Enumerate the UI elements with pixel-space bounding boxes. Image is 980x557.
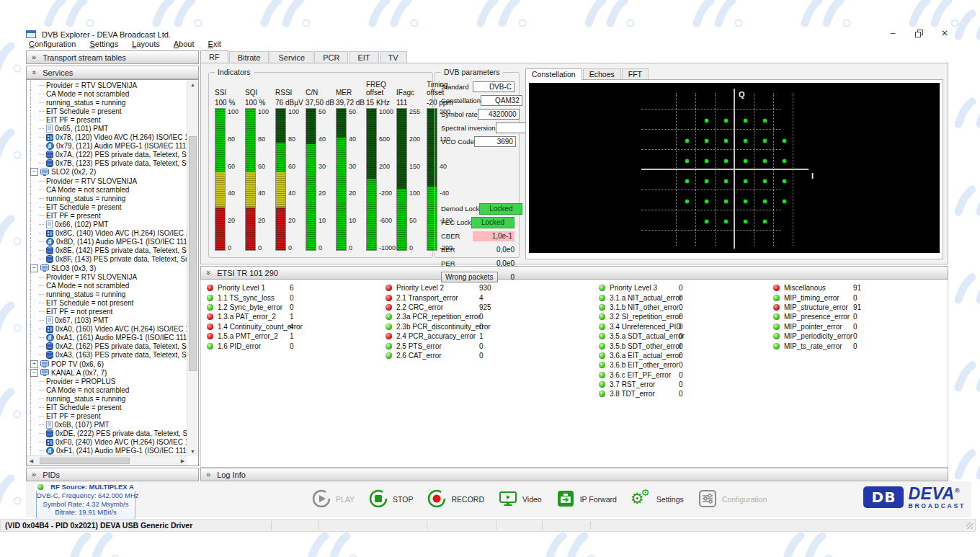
tab-rf[interactable]: RF: [200, 50, 228, 63]
tree-item[interactable]: Provider = RTV SLOVENIJA: [27, 81, 187, 89]
scroll-down-icon[interactable]: ▼: [187, 447, 198, 456]
gauge-value: 76 dBµV: [275, 97, 303, 108]
tree-item[interactable]: 0xA0, (160) Video AVC (H.264) ISO/IEC 14…: [27, 325, 187, 334]
tab-service[interactable]: Service: [270, 51, 313, 63]
menu-item-configuration[interactable]: Configuration: [29, 40, 76, 50]
tree-horizontal-scrollbar[interactable]: ◀ ▶: [27, 455, 187, 465]
tree-item[interactable]: 0xF0, (240) Video AVC (H.264) ISO/IEC 14…: [27, 438, 187, 447]
tree-item[interactable]: EIT PF = present: [27, 115, 187, 124]
tab-bitrate[interactable]: Bitrate: [229, 51, 270, 63]
tree-item[interactable]: Provider = PROPLUS: [27, 377, 187, 386]
deva-watermark-icon: [0, 40, 23, 77]
gauge-freq-offset: FREQ offset15 KHz1000600200-200-600-1000: [366, 79, 396, 253]
settings-button[interactable]: ⚙⚙Settings: [631, 489, 684, 509]
tree-item[interactable]: 0x78, (120) Video AVC (H.264) ISO/IEC 14…: [27, 133, 187, 142]
gauge-ssi: SSI100 %100806040200: [215, 79, 245, 253]
tree-item[interactable]: 0x79, (121) Audio MPEG-1 (ISO/IEC 11172-…: [27, 142, 187, 151]
tree-item[interactable]: EIT Schedule = present: [27, 403, 187, 411]
tree-item[interactable]: CA Mode = not scrambled: [27, 185, 187, 194]
maximize-icon[interactable]: [911, 27, 927, 39]
resize-grip[interactable]: [966, 522, 973, 529]
tree-item[interactable]: Provider = RTV SLOVENIJA: [27, 177, 187, 185]
section-services[interactable]: » Services: [26, 66, 199, 79]
tree-item[interactable]: EIT Schedule = present: [27, 202, 187, 211]
tree-item[interactable]: 0x7B, (123) PES private data, Teletext, …: [27, 159, 187, 168]
tree-item[interactable]: EIT PF = not present: [27, 307, 187, 316]
tree-item[interactable]: running_status = running: [27, 290, 187, 298]
tree-item[interactable]: 0x65, (101) PMT: [27, 124, 187, 133]
scrollbar-thumb[interactable]: [189, 136, 197, 371]
tree-item[interactable]: 0x8C, (140) Video AVC (H.264) ISO/IEC 14…: [27, 229, 187, 238]
tab-tv[interactable]: TV: [380, 51, 407, 63]
tree-item-label: SLO2 (0x2, 2): [51, 168, 96, 176]
etsi-value: 0: [679, 313, 683, 321]
tree-item[interactable]: −SLO3 (0x3, 3): [27, 264, 187, 272]
etsi-row: MIP_presence_error0: [773, 312, 939, 321]
collapse-icon[interactable]: −: [30, 168, 38, 176]
tree-item[interactable]: +POP TV (0x6, 6): [27, 360, 187, 368]
tree-item[interactable]: 0x8D, (141) Audio MPEG-1 (ISO/IEC 11172-…: [27, 238, 187, 246]
tree-item[interactable]: −SLO2 (0x2, 2): [27, 168, 187, 177]
collapse-icon[interactable]: −: [30, 369, 38, 377]
tree-item-label: 0xDE, (222) PES private data, Teletext, …: [55, 429, 187, 437]
record-button[interactable]: RECORD: [427, 489, 484, 510]
tab-constellation[interactable]: Constellation: [525, 68, 582, 80]
tree-item[interactable]: 0x8F, (143) PES private data, Teletext, …: [27, 255, 187, 264]
tree-item[interactable]: 0x66, (102) PMT: [27, 220, 187, 229]
rf-source-line: DVB-C, Frequency: 642.000 MHz: [37, 491, 135, 500]
tree-item[interactable]: EIT Schedule = present: [27, 107, 187, 115]
collapse-icon[interactable]: −: [30, 264, 38, 272]
tree-item[interactable]: 0x7A, (122) PES private data, Teletext, …: [27, 151, 187, 159]
tree-item[interactable]: 0xA2, (162) PES private data, Teletext, …: [27, 342, 187, 351]
menu-item-layouts[interactable]: Layouts: [132, 40, 160, 50]
tree-item[interactable]: EIT PF = present: [27, 412, 187, 421]
section-transport-stream-tables[interactable]: » Transport stream tables: [26, 50, 199, 64]
minimize-icon[interactable]: –: [885, 27, 901, 39]
menu-item-about[interactable]: About: [174, 40, 195, 50]
scroll-up-icon[interactable]: ▲: [187, 80, 198, 89]
tree-item[interactable]: running_status = running: [27, 98, 187, 107]
tree-item[interactable]: EIT PF = present: [27, 211, 187, 220]
stop-button[interactable]: STOP: [368, 489, 413, 510]
tree-item[interactable]: 0xDE, (222) PES private data, Teletext, …: [27, 429, 187, 438]
tree-item[interactable]: running_status = running: [27, 394, 187, 403]
tab-eit[interactable]: EIT: [349, 51, 378, 63]
scrollbar-thumb[interactable]: [40, 458, 130, 464]
wrong-packets-button[interactable]: Wrong packets: [441, 272, 498, 282]
tree-item[interactable]: 0x8E, (142) PES private data, Teletext, …: [27, 246, 187, 255]
tree-item[interactable]: −KANAL A (0x7, 7): [27, 368, 187, 377]
tree-item[interactable]: CA Mode = not scrambled: [27, 89, 187, 98]
tree-item[interactable]: CA Mode = not scrambled: [27, 281, 187, 290]
menu-item-exit[interactable]: Exit: [208, 40, 221, 50]
video-button[interactable]: Video: [498, 489, 542, 509]
etsi-row: 3.6.a EIT_actual_error0: [599, 351, 773, 360]
status-value: 0: [510, 273, 514, 281]
tree-guide: [30, 159, 39, 168]
scroll-right-icon[interactable]: ▶: [178, 456, 187, 465]
close-icon[interactable]: ✕: [937, 27, 953, 39]
tree-item[interactable]: 0x6B, (107) PMT: [27, 421, 187, 429]
tab-echoes[interactable]: Echoes: [583, 68, 621, 79]
tree-item[interactable]: CA Mode = not scrambled: [27, 386, 187, 394]
section-log-info[interactable]: » Log Info: [200, 468, 948, 481]
tree-item[interactable]: 0xA3, (163) PES private data, Teletext, …: [27, 351, 187, 360]
tree-item[interactable]: 0x67, (103) PMT: [27, 316, 187, 325]
tree-item[interactable]: running_status = running: [27, 194, 187, 202]
tree-item[interactable]: 0xF1, (241) Audio MPEG-1 (ISO/IEC 11172-…: [27, 447, 187, 455]
expand-icon[interactable]: +: [30, 360, 38, 368]
tab-pcr[interactable]: PCR: [314, 51, 348, 63]
tree-item[interactable]: 0xA1, (161) Audio MPEG-1 (ISO/IEC 11172-…: [27, 334, 187, 342]
tree-item[interactable]: Provider = RTV SLOVENIJA: [27, 272, 187, 281]
etsi-label: MIP_presence_error: [784, 313, 853, 321]
scroll-left-icon[interactable]: ◀: [27, 456, 36, 465]
tab-fft[interactable]: FFT: [622, 68, 649, 79]
tree-guide: [30, 334, 39, 342]
section-etsi[interactable]: » ETSI TR 101 290: [200, 266, 948, 280]
menu-item-settings[interactable]: Settings: [89, 40, 118, 50]
tree-item[interactable]: EIT Schedule = not present: [27, 298, 187, 307]
section-pids[interactable]: » PIDs: [26, 468, 199, 481]
etsi-label: 1.2 Sync_byte_error: [218, 303, 290, 311]
tree-vertical-scrollbar[interactable]: ▲ ▼: [187, 80, 198, 456]
ip-forward-button[interactable]: IP Forward: [556, 489, 617, 510]
tree-item-label: 0x6B, (107) PMT: [55, 421, 110, 429]
